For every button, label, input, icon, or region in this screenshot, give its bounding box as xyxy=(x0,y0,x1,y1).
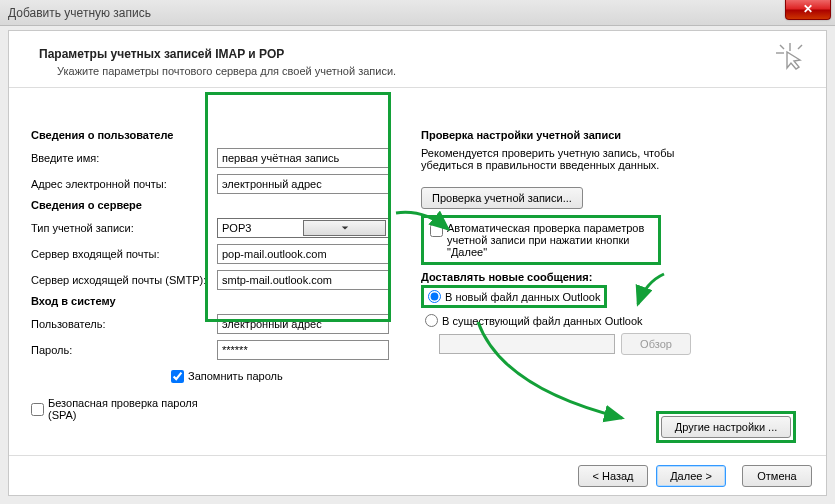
dialog-footer: < Назад Далее > Отмена xyxy=(9,455,826,495)
incoming-label: Сервер входящей почты: xyxy=(31,248,217,260)
incoming-input[interactable] xyxy=(217,244,389,264)
close-button[interactable]: ✕ xyxy=(785,0,831,20)
header-subtitle: Укажите параметры почтового сервера для … xyxy=(39,65,804,77)
svg-line-2 xyxy=(798,45,802,49)
outgoing-label: Сервер исходящей почты (SMTP): xyxy=(31,274,217,286)
deliver-new-label: В новый файл данных Outlook xyxy=(445,291,600,303)
left-column: Сведения о пользователе Введите имя: Адр… xyxy=(31,125,391,451)
autocheck-checkbox[interactable]: Автоматическая проверка параметров учетн… xyxy=(430,222,652,258)
header-title: Параметры учетных записей IMAP и POP xyxy=(39,47,804,61)
account-type-combo[interactable]: POP3 xyxy=(217,218,389,238)
existing-file-input xyxy=(439,334,615,354)
login-user-input[interactable] xyxy=(217,314,389,334)
more-settings-highlight: Другие настройки ... xyxy=(656,411,796,443)
next-button[interactable]: Далее > xyxy=(656,465,726,487)
more-settings-button[interactable]: Другие настройки ... xyxy=(661,416,791,438)
section-server: Сведения о сервере xyxy=(31,199,391,211)
dialog-header: Параметры учетных записей IMAP и POP Ука… xyxy=(9,31,826,88)
remember-password-checkbox[interactable]: Запомнить пароль xyxy=(171,370,357,383)
autocheck-highlight: Автоматическая проверка параметров учетн… xyxy=(421,215,661,265)
test-account-button[interactable]: Проверка учетной записи... xyxy=(421,187,583,209)
login-pass-label: Пароль: xyxy=(31,344,217,356)
autocheck-input[interactable] xyxy=(430,224,443,237)
test-desc: Рекомендуется проверить учетную запись, … xyxy=(421,147,701,171)
email-input[interactable] xyxy=(217,174,389,194)
remember-password-label: Запомнить пароль xyxy=(188,370,283,382)
title-bar: Добавить учетную запись ✕ xyxy=(0,0,835,26)
dialog-content: Сведения о пользователе Введите имя: Адр… xyxy=(9,111,826,451)
name-label: Введите имя: xyxy=(31,152,217,164)
deliver-existing-label: В существующий файл данных Outlook xyxy=(442,315,643,327)
browse-button[interactable]: Обзор xyxy=(621,333,691,355)
deliver-new-input[interactable] xyxy=(428,290,441,303)
chevron-down-icon xyxy=(303,220,386,236)
svg-line-3 xyxy=(780,45,784,49)
account-type-label: Тип учетной записи: xyxy=(31,222,217,234)
section-test: Проверка настройки учетной записи xyxy=(421,129,804,141)
remember-password-input[interactable] xyxy=(171,370,184,383)
existing-file-row: Обзор xyxy=(421,333,804,355)
dialog: Параметры учетных записей IMAP и POP Ука… xyxy=(8,30,827,496)
section-deliver: Доставлять новые сообщения: xyxy=(421,271,804,283)
outgoing-input[interactable] xyxy=(217,270,389,290)
spa-input[interactable] xyxy=(31,403,44,416)
right-column: Проверка настройки учетной записи Рекоме… xyxy=(421,125,804,451)
name-input[interactable] xyxy=(217,148,389,168)
deliver-new-radio[interactable]: В новый файл данных Outlook xyxy=(421,285,607,308)
spa-checkbox[interactable]: Безопасная проверка пароля (SPA) xyxy=(31,397,217,421)
deliver-existing-input[interactable] xyxy=(425,314,438,327)
account-type-value: POP3 xyxy=(222,222,303,234)
section-login: Вход в систему xyxy=(31,295,391,307)
spa-label: Безопасная проверка пароля (SPA) xyxy=(48,397,217,421)
window-title: Добавить учетную запись xyxy=(8,6,151,20)
autocheck-label: Автоматическая проверка параметров учетн… xyxy=(447,222,652,258)
back-button[interactable]: < Назад xyxy=(578,465,648,487)
email-label: Адрес электронной почты: xyxy=(31,178,217,190)
login-user-label: Пользователь: xyxy=(31,318,217,330)
wizard-cursor-icon xyxy=(776,43,804,71)
deliver-existing-radio[interactable]: В существующий файл данных Outlook xyxy=(421,312,804,329)
cancel-button[interactable]: Отмена xyxy=(742,465,812,487)
login-pass-input[interactable] xyxy=(217,340,389,360)
section-user: Сведения о пользователе xyxy=(31,129,391,141)
